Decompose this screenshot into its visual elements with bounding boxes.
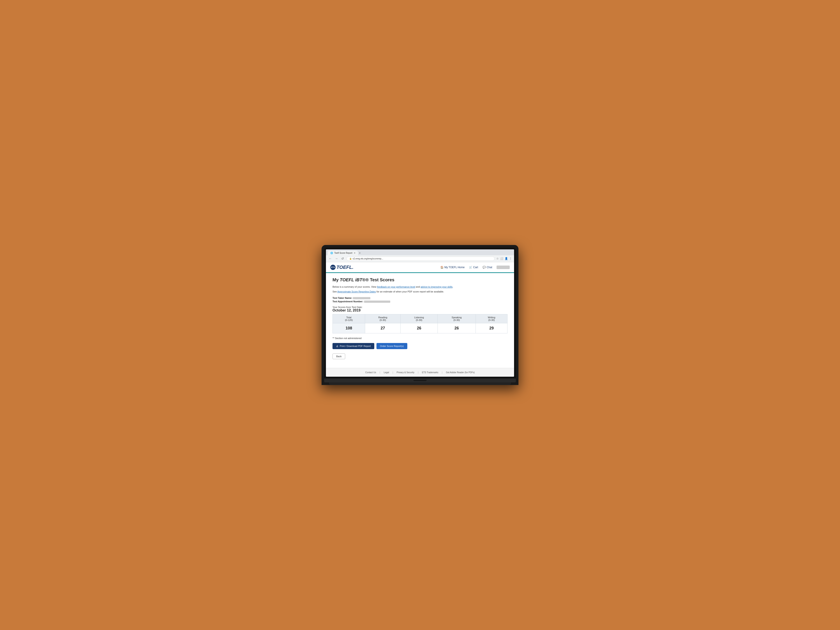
refresh-button[interactable]: ↺ (340, 257, 345, 260)
footer-privacy-link[interactable]: Privacy & Security (396, 371, 414, 374)
total-score: 108 (333, 323, 365, 333)
home-link[interactable]: 🏠 My TOEFL Home (441, 266, 465, 269)
chat-icon: 💬 (483, 266, 486, 269)
laptop-bottom (324, 379, 516, 382)
taker-name-redacted (353, 297, 370, 299)
score-row: 108 27 26 26 29 (333, 323, 507, 333)
cart-icon: 🛒 (469, 266, 472, 269)
order-button[interactable]: Order Score Report(s) (376, 343, 407, 349)
taker-name-row: Test Taker Name: (333, 297, 507, 299)
menu-icon[interactable]: ⋮ (509, 257, 512, 260)
back-button[interactable]: Back (333, 354, 345, 359)
site-navigation: ETS TOEFL. 🏠 My TOEFL Home 🛒 Cart (326, 262, 514, 273)
performance-level-link[interactable]: feedback on your performance level (377, 286, 415, 288)
footer-links: Contact Us | Legal | Privacy & Security … (330, 371, 510, 374)
test-date-value: October 12, 2019 (333, 308, 507, 313)
cart-link[interactable]: 🛒 Cart (469, 266, 478, 269)
writing-score: 29 (476, 323, 507, 333)
reading-score: 27 (365, 323, 401, 333)
back-button[interactable]: ← (328, 257, 333, 260)
footer-legal-link[interactable]: Legal (384, 371, 389, 374)
lock-icon: 🔒 (349, 257, 352, 260)
appointment-number-redacted (364, 300, 390, 303)
test-info: Test Taker Name: Test Appointment Number… (333, 297, 507, 303)
address-bar[interactable]: 🔒 v2.ereg.ets.org/ereg/scorerep... (346, 257, 494, 261)
description-line1: Below is a summary of your scores. View … (333, 285, 507, 289)
footer-adobe-link[interactable]: Get Adobe Reader (for PDFs) (446, 371, 475, 374)
back-button-container: Back (333, 354, 507, 359)
toefl-logo: TOEFL. (336, 264, 354, 270)
speaking-score: 26 (438, 323, 476, 333)
tab-title: Toefl Score Report (334, 252, 352, 254)
screen: 🌐 Toefl Score Report ✕ + ← → ↺ 🔒 v2.ereg… (326, 249, 514, 377)
score-table: Total (0-120) Reading (0-30) Listening (… (333, 314, 507, 333)
footer-trademarks-link[interactable]: ETS Trademarks (422, 371, 438, 374)
nav-links: 🏠 My TOEFL Home 🛒 Cart 💬 Chat (441, 265, 510, 269)
appointment-number-row: Test Appointment Number: (333, 300, 507, 303)
url-text: v2.ereg.ets.org/ereg/scorerep... (353, 257, 383, 260)
improving-skills-link[interactable]: advice to improving your skills (421, 286, 453, 288)
score-reporting-dates-link[interactable]: Approximate Score Reporting Dates (337, 290, 376, 293)
chat-link[interactable]: 💬 Chat (483, 266, 492, 269)
ets-logo: ETS (330, 265, 336, 270)
forward-button[interactable]: → (334, 257, 339, 260)
extensions-icon[interactable]: ⬜ (500, 257, 503, 260)
tab-favicon: 🌐 (330, 252, 333, 254)
active-tab[interactable]: 🌐 Toefl Score Report ✕ (328, 251, 358, 255)
browser-chrome: 🌐 Toefl Score Report ✕ + ← → ↺ 🔒 v2.ereg… (326, 249, 514, 262)
new-tab-button[interactable]: + (359, 251, 361, 255)
print-button[interactable]: 🖨 Print / Download PDF Report (333, 343, 374, 349)
footer-contact-link[interactable]: Contact Us (365, 371, 376, 374)
laptop: 🌐 Toefl Score Report ✕ + ← → ↺ 🔒 v2.ereg… (322, 245, 518, 385)
browser-tabs: 🌐 Toefl Score Report ✕ + (326, 249, 514, 255)
reading-header: Reading (0-30) (365, 314, 401, 323)
print-icon: 🖨 (336, 345, 338, 347)
site-footer: Contact Us | Legal | Privacy & Security … (326, 368, 514, 377)
laptop-notch (414, 380, 426, 381)
profile-icon[interactable]: 👤 (505, 257, 508, 260)
test-date-label: Your Scores from Test Date: (333, 306, 507, 308)
page-content: ETS TOEFL. 🏠 My TOEFL Home 🛒 Cart (326, 262, 514, 377)
user-avatar[interactable] (497, 265, 510, 269)
page-title: My TOEFL iBT®® Test Scores (333, 277, 507, 283)
speaking-header: Speaking (0-30) (438, 314, 476, 323)
button-row: 🖨 Print / Download PDF Report Order Scor… (333, 343, 507, 349)
browser-toolbar: ← → ↺ 🔒 v2.ereg.ets.org/ereg/scorerep...… (326, 255, 514, 262)
tab-close-button[interactable]: ✕ (354, 252, 355, 254)
listening-header: Listening (0-30) (401, 314, 438, 323)
toolbar-actions: ☆ ⬜ 👤 ⋮ (496, 257, 512, 260)
test-date-section: Your Scores from Test Date: October 12, … (333, 306, 507, 313)
listening-score: 26 (401, 323, 438, 333)
logo-area: ETS TOEFL. (330, 264, 354, 270)
bookmark-icon[interactable]: ☆ (496, 257, 499, 260)
total-header: Total (0-120) (333, 314, 365, 323)
description-line2: See Approximate Score Reporting Dates fo… (333, 290, 507, 294)
writing-header: Writing (0-30) (476, 314, 507, 323)
note: ** Section not administered (333, 337, 507, 339)
screen-bezel: 🌐 Toefl Score Report ✕ + ← → ↺ 🔒 v2.ereg… (324, 248, 516, 379)
main-content: My TOEFL iBT®® Test Scores Below is a su… (326, 273, 514, 368)
home-icon: 🏠 (441, 266, 444, 269)
laptop-base (329, 382, 511, 385)
